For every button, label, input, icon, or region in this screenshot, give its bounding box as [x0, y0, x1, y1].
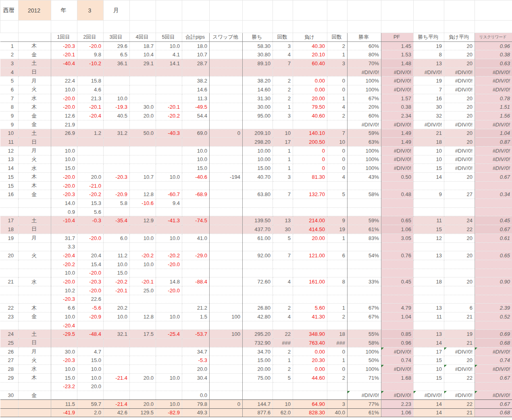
cell[interactable]: [210, 207, 243, 216]
cell[interactable]: [210, 77, 243, 85]
cell[interactable]: [475, 295, 512, 304]
cell[interactable]: [182, 207, 210, 216]
cell[interactable]: 0: [293, 146, 327, 155]
empty-cell[interactable]: [156, 0, 182, 21]
empty-cell[interactable]: [327, 0, 348, 21]
cell[interactable]: [475, 199, 512, 208]
cell[interactable]: 27: [444, 190, 475, 199]
cell[interactable]: [273, 269, 293, 277]
cell[interactable]: [104, 295, 130, 304]
weekday-cell[interactable]: 木: [19, 103, 51, 112]
cell[interactable]: 30: [273, 225, 293, 234]
cell[interactable]: [130, 365, 156, 374]
cell[interactable]: 12.9: [130, 216, 156, 225]
cell[interactable]: [243, 68, 273, 77]
cell[interactable]: #DIV/0!: [444, 391, 475, 400]
weekday-cell[interactable]: 日: [19, 68, 51, 77]
cell[interactable]: 21: [444, 408, 475, 417]
cell[interactable]: 5.60: [293, 304, 327, 312]
cell[interactable]: #DIV/0!: [475, 146, 512, 155]
day-number-cell[interactable]: 30: [0, 391, 19, 400]
cell[interactable]: [273, 199, 293, 208]
cell[interactable]: 50.0: [130, 129, 156, 138]
cell[interactable]: [210, 242, 243, 251]
cell[interactable]: 20: [444, 277, 475, 286]
empty-cell[interactable]: [414, 21, 444, 33]
cell[interactable]: 15: [414, 225, 444, 234]
cell[interactable]: [77, 120, 104, 129]
cell[interactable]: [475, 242, 512, 251]
cell[interactable]: 32.1: [104, 330, 130, 339]
cell[interactable]: 41.0: [182, 234, 210, 242]
cell[interactable]: 0.52: [475, 312, 512, 321]
month-suffix-cell[interactable]: 月: [104, 0, 130, 21]
cell[interactable]: 26.80: [243, 304, 273, 312]
cell[interactable]: [327, 260, 348, 269]
cell[interactable]: 100%: [348, 365, 381, 374]
empty-cell[interactable]: [210, 0, 243, 21]
cell[interactable]: 8: [414, 50, 444, 59]
weekday-cell[interactable]: 水: [19, 94, 51, 103]
cell[interactable]: 20.0: [130, 373, 156, 382]
weekday-cell[interactable]: 土: [19, 330, 51, 339]
cell[interactable]: 4: [273, 277, 293, 286]
cell[interactable]: 20: [444, 59, 475, 68]
cell[interactable]: 4.79: [381, 304, 414, 312]
weekday-cell[interactable]: 月: [19, 347, 51, 356]
day-number-cell[interactable]: [0, 286, 19, 295]
cell[interactable]: 31.30: [243, 94, 273, 103]
cell[interactable]: #DIV/0!: [475, 68, 512, 77]
day-number-cell[interactable]: [0, 382, 19, 391]
cell[interactable]: [293, 295, 327, 304]
cell[interactable]: [210, 286, 243, 295]
cell[interactable]: 0.90: [475, 277, 512, 286]
cell[interactable]: -40.4: [51, 59, 77, 68]
column-header[interactable]: リスクリワード: [475, 33, 512, 42]
cell[interactable]: -82.9: [156, 408, 182, 417]
cell[interactable]: [130, 382, 156, 391]
cell[interactable]: 4: [327, 173, 348, 182]
cell[interactable]: [156, 321, 182, 330]
cell[interactable]: 2: [273, 304, 293, 312]
cell[interactable]: [77, 242, 104, 251]
cell[interactable]: [130, 304, 156, 312]
cell[interactable]: #DIV/0!: [475, 365, 512, 374]
cell[interactable]: 0.00: [293, 85, 327, 94]
empty-cell[interactable]: [348, 21, 381, 33]
cell[interactable]: -10.6: [130, 199, 156, 208]
cell[interactable]: 0: [293, 155, 327, 164]
cell[interactable]: 21: [444, 312, 475, 321]
cell[interactable]: -20.1: [104, 286, 130, 295]
cell[interactable]: 6.6: [51, 304, 77, 312]
cell[interactable]: 3: [327, 399, 348, 408]
empty-cell[interactable]: [51, 21, 77, 33]
cell[interactable]: [381, 295, 414, 304]
day-number-cell[interactable]: 16: [0, 190, 19, 199]
cell[interactable]: [327, 286, 348, 295]
cell[interactable]: [210, 181, 243, 190]
cell[interactable]: 2: [327, 312, 348, 321]
empty-cell[interactable]: [381, 0, 414, 21]
cell[interactable]: 9.8: [77, 50, 104, 59]
cell[interactable]: 20: [444, 50, 475, 59]
cell[interactable]: -20.0: [77, 41, 104, 50]
cell[interactable]: 0.00: [293, 347, 327, 356]
cell[interactable]: [51, 225, 77, 234]
day-number-cell[interactable]: 10: [0, 129, 19, 138]
cell[interactable]: 0.65: [475, 251, 512, 260]
cell[interactable]: -20.3: [51, 190, 77, 199]
cell[interactable]: 0.78: [475, 94, 512, 103]
cell[interactable]: [327, 68, 348, 77]
day-number-cell[interactable]: 28: [0, 365, 19, 374]
cell[interactable]: #DIV/0!: [381, 146, 414, 155]
cell[interactable]: [130, 295, 156, 304]
cell[interactable]: [414, 269, 444, 277]
day-number-cell[interactable]: 18: [0, 225, 19, 234]
cell[interactable]: [210, 85, 243, 94]
column-header[interactable]: PF: [381, 33, 414, 42]
cell[interactable]: 20: [444, 356, 475, 365]
day-number-cell[interactable]: [0, 207, 19, 216]
cell[interactable]: 2: [273, 77, 293, 85]
cell[interactable]: 100%: [348, 146, 381, 155]
empty-cell[interactable]: [182, 0, 210, 21]
